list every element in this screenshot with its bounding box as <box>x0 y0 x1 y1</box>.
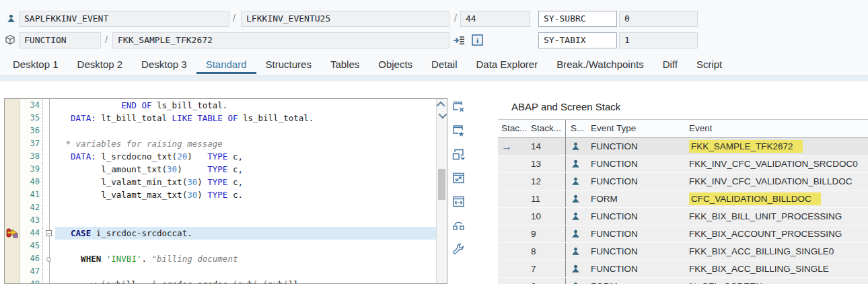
event-name-field[interactable]: FKK_SAMPLE_TFK2672 <box>112 32 449 48</box>
code-line-46[interactable]: 46 WHEN 'INVBI'. "billing document <box>5 252 447 265</box>
stack-row-13[interactable]: 13FUNCTIONFKK_INV_CFC_VALIDATION_SRCDOC0 <box>498 155 868 173</box>
code-text[interactable]: CASE i_srcdoc-srcdoccat. <box>55 227 447 240</box>
full-width-tool-icon[interactable] <box>451 194 466 209</box>
code-text[interactable]: DATA: l_srcdocno_txt(20) TYPE c, <box>55 150 447 163</box>
code-text[interactable]: l_amount_txt(30) TYPE c, <box>55 163 447 176</box>
code-line-35[interactable]: 35 DATA: lt_bill_total LIKE TABLE OF ls_… <box>5 112 447 125</box>
breakpoint-margin[interactable] <box>5 201 20 214</box>
code-line-36[interactable]: 36 <box>5 125 447 137</box>
tab-data-explorer[interactable]: Data Explorer <box>466 57 547 74</box>
event-cell[interactable]: FKK_INV_CFC_VALIDATION_BILLDOC <box>685 173 868 190</box>
breakpoint-margin[interactable] <box>5 278 20 284</box>
stack-row-10[interactable]: 10FUNCTIONFKK_BIX_BILL_UNIT_PROCESSING <box>498 208 868 225</box>
stack-row-7[interactable]: 7FUNCTIONFKK_BIX_ACC_BILLING_SINGLE <box>498 260 868 278</box>
create-tool-icon[interactable] <box>451 123 466 138</box>
info-icon[interactable]: i <box>472 34 484 46</box>
code-text[interactable] <box>55 125 447 137</box>
fold-collapse-icon[interactable]: − <box>46 230 52 236</box>
breakpoint-margin[interactable] <box>5 125 20 137</box>
program-field[interactable]: SAPLFKKINV_EVENT <box>19 11 229 27</box>
code-line-37[interactable]: 37 * variables for raising message <box>5 137 447 150</box>
column-header[interactable]: Stack... <box>529 120 565 137</box>
scroll-up-button[interactable] <box>437 99 447 110</box>
close-tool-icon[interactable] <box>451 100 466 114</box>
breakpoint-margin[interactable] <box>5 112 20 125</box>
code-text[interactable]: w_invbill = i_srcdoc-srcdoc_invbi-invbil… <box>55 278 447 284</box>
tab-structures[interactable]: Structures <box>256 57 321 74</box>
editor-vertical-scrollbar[interactable] <box>436 99 447 283</box>
code-line-34[interactable]: 34 END OF ls_bill_total. <box>5 99 447 112</box>
code-line-38[interactable]: 38 DATA: l_srcdocno_txt(20) TYPE c, <box>5 150 447 163</box>
code-text[interactable]: l_valamt_min_txt(30) TYPE c, <box>55 176 447 188</box>
stack-row-14[interactable]: →14FUNCTIONFKK_SAMPLE_TFK2672 <box>498 138 868 155</box>
code-text[interactable] <box>55 201 447 214</box>
event-cell[interactable]: %_SEL_SCREEN <box>685 278 868 284</box>
stack-row-6[interactable]: 6FORM%_SEL_SCREEN <box>498 278 868 284</box>
tab-tables[interactable]: Tables <box>321 57 369 74</box>
breakpoint-margin[interactable] <box>5 188 20 201</box>
stack-row-8[interactable]: 8FUNCTIONFKK_BIX_ACC_BILLING_SINGLE0 <box>498 243 868 260</box>
event-cell[interactable]: FKK_BIX_ACCOUNT_PROCESSING <box>685 225 868 242</box>
tab-desktop-2[interactable]: Desktop 2 <box>68 57 133 74</box>
stack-row-12[interactable]: 12FUNCTIONFKK_INV_CFC_VALIDATION_BILLDOC <box>498 173 868 190</box>
code-line-44[interactable]: 44− CASE i_srcdoc-srcdoccat. <box>5 227 447 240</box>
sy-tabix-field[interactable]: SY-TABIX <box>538 32 617 48</box>
code-text[interactable] <box>55 265 447 278</box>
breakpoint-margin[interactable] <box>5 252 20 265</box>
breakpoint-margin[interactable] <box>5 163 20 176</box>
scrollbar-thumb[interactable] <box>438 169 445 200</box>
column-header[interactable]: Event <box>685 120 868 137</box>
scroll-down-button[interactable] <box>437 110 447 120</box>
code-line-40[interactable]: 40 l_valamt_min_txt(30) TYPE c, <box>5 176 447 188</box>
tab-script[interactable]: Script <box>687 57 731 74</box>
tab-standard[interactable]: Standard <box>196 57 256 74</box>
code-line-41[interactable]: 41 l_valamt_max_txt(30) TYPE c. <box>5 188 447 201</box>
event-cell[interactable]: CFC_VALIDATION_BILLDOC <box>685 190 868 207</box>
services-wrench-icon[interactable] <box>451 241 466 256</box>
event-cell[interactable]: FKK_SAMPLE_TFK2672 <box>685 138 868 155</box>
tab-desktop-1[interactable]: Desktop 1 <box>3 57 68 74</box>
code-text[interactable]: END OF ls_bill_total. <box>55 99 447 112</box>
event-cell[interactable]: FKK_BIX_ACC_BILLING_SINGLE0 <box>685 243 868 260</box>
event-cell[interactable]: FKK_BIX_ACC_BILLING_SINGLE <box>685 260 868 277</box>
code-text[interactable]: l_valamt_max_txt(30) TYPE c. <box>55 188 447 201</box>
breakpoint-margin[interactable] <box>5 240 20 252</box>
breakpoint-margin[interactable] <box>5 99 20 112</box>
breakpoint-margin[interactable] <box>5 176 20 188</box>
code-text[interactable] <box>55 214 447 227</box>
stack-row-11[interactable]: 11FORMCFC_VALIDATION_BILLDOC <box>498 190 868 208</box>
swap-tool-icon[interactable] <box>451 217 466 232</box>
breakpoint-margin[interactable] <box>5 137 20 150</box>
code-text[interactable]: * variables for raising message <box>55 137 447 150</box>
column-header[interactable]: S... <box>565 120 591 137</box>
code-line-45[interactable]: 45 <box>5 240 447 252</box>
code-line-47[interactable]: 47 <box>5 265 447 278</box>
column-header[interactable]: Stac... <box>498 120 529 137</box>
code-text[interactable]: WHEN 'INVBI'. "billing document <box>55 252 447 265</box>
tab-break-watchpoints[interactable]: Break./Watchpoints <box>547 57 653 74</box>
step-into-list-icon[interactable] <box>453 35 465 47</box>
tab-detail[interactable]: Detail <box>422 57 466 74</box>
line-number-field[interactable]: 44 <box>460 11 530 27</box>
maximize-tool-icon[interactable] <box>451 170 466 185</box>
sy-subrc-field[interactable]: SY-SUBRC <box>538 11 617 27</box>
breakpoint-margin[interactable] <box>5 214 20 227</box>
code-line-48[interactable]: 48 w_invbill = i_srcdoc-srcdoc_invbi-inv… <box>5 278 447 284</box>
breakpoint-margin[interactable] <box>5 227 20 240</box>
include-field[interactable]: LFKKINV_EVENTU25 <box>241 11 449 27</box>
code-line-43[interactable]: 43 <box>5 214 447 227</box>
code-line-39[interactable]: 39 l_amount_txt(30) TYPE c, <box>5 163 447 176</box>
code-text[interactable] <box>55 240 447 252</box>
code-text[interactable]: DATA: lt_bill_total LIKE TABLE OF ls_bil… <box>55 112 447 125</box>
event-type-field[interactable]: FUNCTION <box>19 32 101 48</box>
stack-row-9[interactable]: 9FUNCTIONFKK_BIX_ACCOUNT_PROCESSING <box>498 225 868 243</box>
column-header[interactable]: Event Type <box>591 120 685 137</box>
tab-objects[interactable]: Objects <box>369 57 422 74</box>
breakpoint-margin[interactable] <box>5 265 20 278</box>
tab-desktop-3[interactable]: Desktop 3 <box>132 57 196 74</box>
event-cell[interactable]: FKK_INV_CFC_VALIDATION_SRCDOC0 <box>685 155 868 172</box>
code-line-42[interactable]: 42 <box>5 201 447 214</box>
breakpoint-margin[interactable] <box>5 150 20 163</box>
tab-diff[interactable]: Diff <box>653 57 687 74</box>
event-cell[interactable]: FKK_BIX_BILL_UNIT_PROCESSING <box>685 208 868 225</box>
